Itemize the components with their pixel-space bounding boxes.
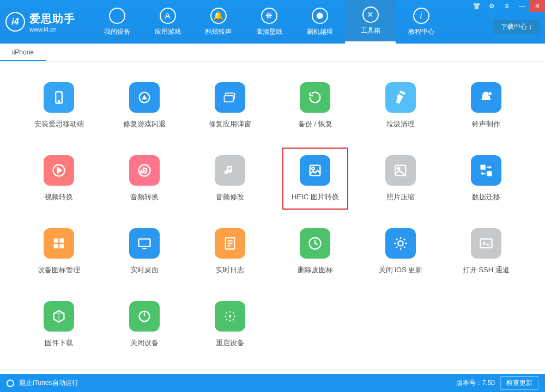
app-name-cn: 爱思助手: [29, 11, 75, 26]
status-indicator-icon: [7, 379, 14, 387]
nav-toolbox[interactable]: ✕工具箱: [345, 0, 396, 44]
tab-bar: iiPhone: [0, 44, 545, 62]
nav-tutorials[interactable]: i教程中心: [396, 0, 446, 44]
box-icon: ⬢: [312, 8, 328, 24]
audio-edit-icon: [215, 155, 245, 186]
bell-icon: 🔔: [210, 8, 227, 24]
tool-ringtone-maker[interactable]: 铃声制作: [443, 82, 529, 129]
tools-icon: ✕: [362, 7, 379, 23]
svg-rect-13: [487, 171, 492, 176]
nav-ringtones[interactable]: 🔔酷炫铃声: [193, 0, 244, 44]
tool-icon-manage[interactable]: 设备图标管理: [16, 228, 102, 275]
tool-label: 打开 SSH 通道: [463, 265, 510, 275]
download-center-button[interactable]: 下载中心 ↓: [493, 20, 540, 34]
tool-realtime-log[interactable]: 实时日志: [187, 228, 272, 275]
tool-shutdown-device[interactable]: 关闭设备: [102, 301, 187, 348]
realtime-desktop-icon: [129, 228, 160, 259]
tool-clean-junk[interactable]: 垃圾清理: [358, 82, 444, 129]
disable-ios-update-icon: [385, 228, 416, 259]
nav-my-device[interactable]: 我的设备: [92, 0, 142, 44]
tool-label: 修复应用弹窗: [209, 119, 251, 129]
tool-reboot-device[interactable]: 重启设备: [187, 301, 272, 348]
tool-video-convert[interactable]: 视频转换: [16, 155, 102, 202]
audio-convert-icon: [129, 155, 160, 186]
nav-flash-jailbreak[interactable]: ⬢刷机越狱: [294, 0, 345, 44]
photo-compress-icon: [385, 155, 416, 186]
ringtone-maker-icon: [471, 82, 501, 113]
check-update-button[interactable]: 检查更新: [500, 376, 538, 390]
install-mobile-icon: [44, 82, 74, 113]
main-nav: 我的设备 A应用游戏 🔔酷炫铃声 ❋高清壁纸 ⬢刷机越狱 ✕工具箱 i教程中心: [92, 0, 446, 44]
info-icon: i: [413, 8, 429, 24]
appstore-icon: A: [160, 8, 176, 24]
tool-photo-compress[interactable]: 照片压缩: [358, 155, 444, 202]
svg-point-9: [312, 167, 314, 170]
tool-realtime-desktop[interactable]: 实时桌面: [102, 228, 187, 275]
svg-rect-8: [310, 166, 320, 176]
itunes-block-toggle[interactable]: 阻止iTunes自动运行: [20, 378, 78, 388]
tool-delete-dead-icons[interactable]: 删除废图标: [272, 228, 358, 275]
tab-iiphone[interactable]: iiPhone: [0, 44, 46, 61]
svg-rect-15: [59, 238, 64, 243]
logo: i4 爱思助手 www.i4.cn: [5, 11, 75, 33]
tool-label: 照片压缩: [386, 192, 415, 202]
tool-fix-game-crash[interactable]: 修复游戏闪退: [102, 82, 187, 129]
tool-label: 垃圾清理: [386, 119, 415, 129]
tool-audio-edit[interactable]: 音频修改: [187, 155, 272, 202]
svg-rect-16: [54, 244, 58, 248]
tool-install-mobile[interactable]: 安装爱思移动端: [16, 82, 102, 129]
data-migrate-icon: [471, 155, 501, 186]
svg-rect-22: [480, 239, 492, 248]
shutdown-device-icon: [129, 301, 160, 332]
tool-heic-convert[interactable]: HEIC 图片转换: [272, 155, 358, 202]
close-button[interactable]: ✕: [530, 0, 545, 12]
delete-dead-icons-icon: [300, 228, 330, 259]
svg-rect-14: [54, 238, 58, 243]
tool-label: 视频转换: [45, 192, 73, 202]
tool-label: 实时桌面: [130, 265, 159, 275]
tool-label: 关闭设备: [130, 338, 159, 348]
app-name-en: www.i4.cn: [29, 26, 75, 33]
tool-firmware-download[interactable]: 固件下载: [16, 301, 102, 348]
shirt-icon[interactable]: 👕: [469, 0, 484, 12]
open-ssh-icon: [471, 228, 501, 259]
icon-manage-icon: [44, 228, 74, 259]
nav-apps-games[interactable]: A应用游戏: [142, 0, 193, 44]
svg-rect-17: [59, 244, 64, 248]
tool-backup-restore[interactable]: 备份 / 恢复: [272, 82, 358, 129]
backup-restore-icon: [300, 82, 330, 113]
tool-grid-container: 安装爱思移动端修复游戏闪退修复应用弹窗备份 / 恢复垃圾清理铃声制作视频转换音频…: [0, 62, 545, 374]
tool-audio-convert[interactable]: 音频转换: [102, 155, 187, 202]
tool-label: HEIC 图片转换: [292, 192, 339, 202]
tool-label: 音频转换: [130, 192, 159, 202]
nav-wallpapers[interactable]: ❋高清壁纸: [244, 0, 294, 44]
svg-point-24: [229, 316, 230, 317]
heic-convert-icon: [300, 155, 330, 186]
apple-icon: [109, 8, 125, 24]
tool-data-migrate[interactable]: 数据迁移: [443, 155, 529, 202]
reboot-device-icon: [215, 301, 245, 332]
tool-open-ssh[interactable]: 打开 SSH 通道: [443, 228, 529, 275]
version-label: 版本号：7.50: [456, 378, 495, 388]
tool-label: 实时日志: [216, 265, 244, 275]
tool-disable-ios-update[interactable]: 关闭 iOS 更新: [358, 228, 444, 275]
logo-badge: i4: [5, 12, 25, 32]
svg-point-5: [488, 92, 492, 96]
menu-icon[interactable]: ≡: [499, 0, 514, 12]
video-convert-icon: [44, 155, 74, 186]
tool-label: 备份 / 恢复: [298, 119, 332, 129]
minimize-button[interactable]: —: [514, 0, 530, 12]
settings-icon[interactable]: ⚙: [484, 0, 499, 12]
window-controls: 👕 ⚙ ≡ — ✕: [469, 0, 545, 12]
tool-label: 固件下载: [45, 338, 73, 348]
titlebar: i4 爱思助手 www.i4.cn 我的设备 A应用游戏 🔔酷炫铃声 ❋高清壁纸…: [0, 0, 545, 44]
tool-label: 关闭 iOS 更新: [379, 265, 423, 275]
tool-fix-app-popup[interactable]: 修复应用弹窗: [187, 82, 272, 129]
svg-rect-12: [480, 165, 485, 170]
tool-label: 重启设备: [216, 338, 244, 348]
wallpaper-icon: ❋: [261, 8, 277, 24]
tool-label: 数据迁移: [472, 192, 500, 202]
tool-label: 删除废图标: [298, 265, 333, 275]
realtime-log-icon: [215, 228, 245, 259]
tool-label: 铃声制作: [472, 119, 500, 129]
